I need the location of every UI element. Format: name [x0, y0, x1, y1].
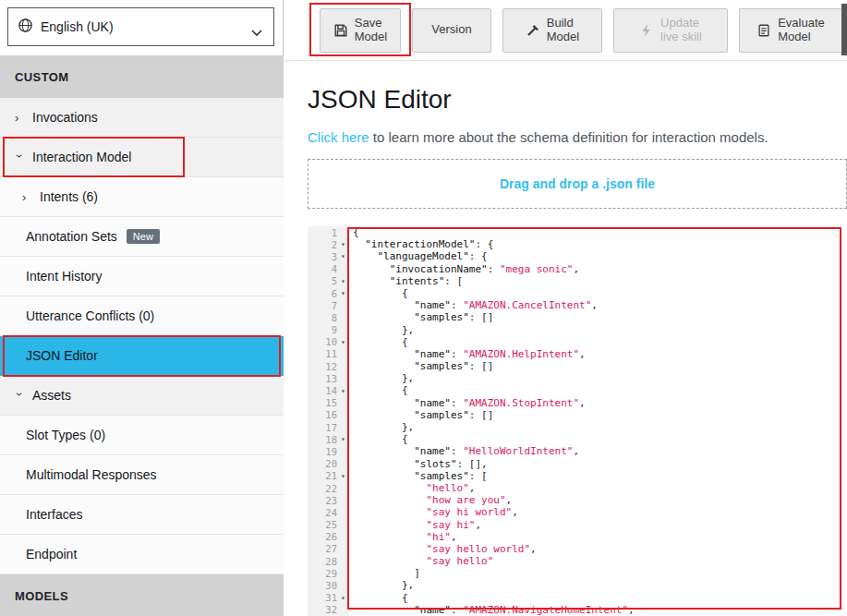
code-line: }, — [349, 372, 847, 384]
chevron-down-icon — [251, 24, 262, 41]
line-number: 4 — [332, 263, 337, 274]
code-line: "languageModel": { — [349, 250, 847, 262]
line-number: 24 — [325, 507, 337, 518]
sidebar-item-slot-types-0[interactable]: Slot Types (0) — [0, 416, 284, 455]
editor-gutter: 12▾3▾45▾6▾78910▾11121314▾15161718▾192021… — [308, 226, 349, 616]
sidebar-item-label: Interfaces — [26, 507, 82, 522]
sidebar-item-label: Intent History — [26, 269, 102, 284]
language-value: English (UK) — [41, 19, 114, 34]
line-number: 26 — [325, 531, 337, 542]
json-code-editor[interactable]: 12▾3▾45▾6▾78910▾11121314▾15161718▾192021… — [308, 226, 847, 616]
fold-icon[interactable]: ▾ — [337, 435, 349, 443]
update-live-skill-button[interactable]: Update live skill — [613, 8, 728, 53]
code-line: ] — [349, 567, 847, 579]
version-button[interactable]: Version — [412, 8, 491, 53]
fold-icon[interactable]: ▾ — [337, 338, 349, 346]
gutter-line: 7 — [308, 299, 349, 311]
build-model-button[interactable]: Build Model — [502, 8, 602, 53]
gutter-line: 10▾ — [308, 336, 349, 348]
gutter-line: 9 — [308, 324, 349, 336]
sidebar-item-intent-history[interactable]: Intent History — [0, 257, 284, 296]
fold-icon[interactable]: ▾ — [337, 472, 349, 480]
code-line: "invocationName": "mega sonic", — [349, 263, 847, 275]
sidebar-item-label: Invocations — [32, 110, 98, 125]
button-label: Version — [431, 23, 471, 37]
code-line: }, — [349, 324, 847, 336]
sidebar-section-models: MODELS — [0, 574, 284, 616]
code-line: "samples": [] — [349, 409, 847, 421]
line-number: 11 — [325, 348, 337, 359]
sidebar-item-label: Annotation Sets — [26, 229, 117, 244]
sidebar-item-label: Utterance Conflicts (0) — [26, 308, 154, 323]
code-line: { — [349, 336, 847, 348]
sidebar-item-invocations[interactable]: ›Invocations — [0, 98, 284, 138]
save-model-button[interactable]: Save Model — [320, 8, 401, 53]
sidebar-item-assets[interactable]: ›Assets — [0, 376, 284, 416]
code-line: "name": "AMAZON.NavigateHomeIntent", — [349, 604, 847, 616]
sidebar-item-label: Slot Types (0) — [26, 428, 105, 442]
line-number: 19 — [325, 446, 337, 457]
sidebar-item-label: Multimodal Responses — [26, 467, 157, 482]
line-number: 18 — [325, 434, 337, 445]
gutter-line: 11 — [308, 348, 349, 360]
line-number: 7 — [332, 300, 337, 311]
fold-icon[interactable]: ▾ — [337, 289, 349, 297]
gutter-line: 31▾ — [308, 592, 349, 604]
evaluate-model-button[interactable]: Evaluate Model — [739, 8, 842, 53]
gutter-line: 32 — [308, 604, 349, 616]
clipped-panel-edge — [841, 4, 847, 55]
sidebar-item-label: Interaction Model — [32, 150, 131, 164]
fold-icon[interactable]: ▾ — [337, 277, 349, 285]
code-line: "samples": [] — [349, 311, 847, 323]
line-number: 32 — [325, 604, 337, 615]
button-label: Evaluate Model — [778, 17, 825, 43]
code-line: "hi", — [349, 531, 847, 543]
line-number: 13 — [325, 373, 337, 384]
gutter-line: 2▾ — [308, 238, 349, 250]
line-number: 14 — [325, 385, 337, 396]
gutter-line: 26 — [308, 531, 349, 543]
sidebar-item-intents-6[interactable]: ›Intents (6) — [0, 177, 284, 217]
gutter-line: 22 — [308, 482, 349, 494]
gutter-line: 17 — [308, 421, 349, 433]
chevron-right-icon: › — [22, 190, 30, 204]
sidebar-item-multimodal-responses[interactable]: Multimodal Responses — [0, 455, 284, 495]
language-selector[interactable]: English (UK) — [7, 7, 274, 46]
editor-code[interactable]: { "interactionModel": { "languageModel":… — [349, 226, 847, 616]
line-number: 23 — [325, 495, 337, 506]
gutter-line: 13 — [308, 372, 349, 384]
code-line: "name": "AMAZON.HelpIntent", — [349, 348, 847, 360]
sidebar-item-interaction-model[interactable]: ›Interaction Model — [0, 138, 284, 177]
json-dropzone[interactable]: Drag and drop a .json file — [308, 159, 847, 209]
button-label: Update live skill — [660, 17, 702, 43]
line-number: 12 — [325, 361, 337, 372]
gutter-line: 8 — [308, 311, 349, 323]
line-number: 15 — [325, 397, 337, 408]
sidebar-item-json-editor[interactable]: JSON Editor — [0, 336, 284, 376]
fold-icon[interactable]: ▾ — [337, 240, 349, 248]
code-line: "name": "HelloWorldIntent", — [349, 445, 847, 457]
page-title: JSON Editor — [308, 85, 452, 115]
fold-icon[interactable]: ▾ — [337, 252, 349, 260]
code-line: { — [349, 592, 847, 604]
button-label: Build Model — [547, 17, 579, 43]
code-line: "say hello world", — [349, 543, 847, 555]
sidebar-item-annotation-sets[interactable]: Annotation SetsNew — [0, 217, 284, 257]
line-number: 29 — [325, 568, 337, 579]
sidebar-section-custom: CUSTOM — [0, 55, 284, 98]
line-number: 10 — [325, 336, 337, 347]
sidebar: English (UK) CUSTOM›Invocations›Interact… — [0, 0, 284, 616]
line-number: 8 — [332, 312, 337, 323]
code-line: "samples": [ — [349, 470, 847, 482]
fold-icon[interactable]: ▾ — [337, 387, 349, 395]
line-number: 20 — [325, 458, 337, 469]
sidebar-item-interfaces[interactable]: Interfaces — [0, 495, 284, 535]
gutter-line: 25 — [308, 519, 349, 531]
line-number: 28 — [325, 556, 337, 567]
sidebar-item-endpoint[interactable]: Endpoint — [0, 535, 284, 574]
gutter-line: 1 — [308, 226, 349, 238]
sidebar-item-utterance-conflicts-0[interactable]: Utterance Conflicts (0) — [0, 296, 284, 336]
code-line: { — [349, 287, 847, 299]
click-here-link[interactable]: Click here — [308, 129, 369, 145]
fold-icon[interactable]: ▾ — [337, 594, 349, 602]
